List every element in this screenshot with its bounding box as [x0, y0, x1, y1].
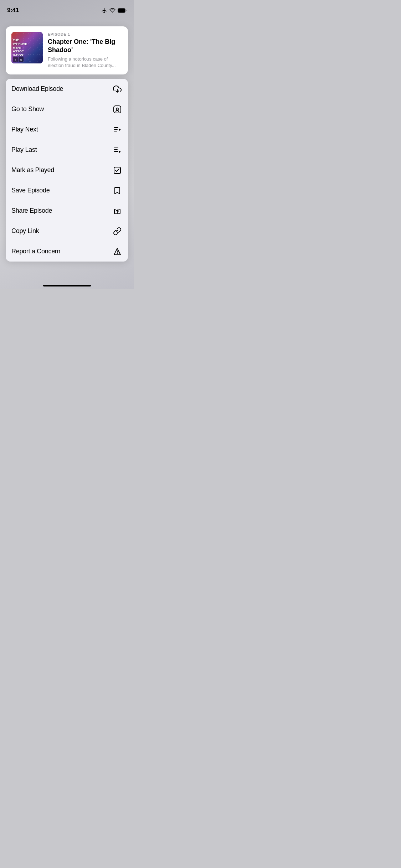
menu-item-go-to-show[interactable]: Go to Show: [6, 99, 128, 119]
svg-rect-1: [118, 9, 125, 12]
menu-item-share-episode[interactable]: Share Episode: [6, 201, 128, 221]
context-menu: Download Episode Go to Show Play Next: [6, 79, 128, 262]
menu-item-copy-link-label: Copy Link: [11, 227, 39, 235]
link-icon: [112, 226, 122, 236]
menu-item-play-next[interactable]: Play Next: [6, 119, 128, 140]
episode-card: THEIMPROVEMENTASSOCIATION T S EPISODE 1 …: [6, 26, 128, 74]
svg-marker-11: [119, 150, 121, 153]
status-bar: 9:41: [0, 0, 134, 16]
menu-item-play-last[interactable]: Play Last: [6, 140, 128, 160]
menu-item-mark-played[interactable]: Mark as Played: [6, 160, 128, 180]
svg-rect-2: [114, 106, 121, 113]
menu-item-mark-played-label: Mark as Played: [11, 166, 54, 174]
svg-point-3: [116, 108, 118, 110]
checkmark-square-icon: [112, 165, 122, 175]
menu-item-share-episode-label: Share Episode: [11, 207, 52, 215]
menu-item-report-concern-label: Report a Concern: [11, 248, 60, 255]
share-icon: [112, 206, 122, 216]
menu-item-play-next-label: Play Next: [11, 126, 38, 133]
menu-item-download[interactable]: Download Episode: [6, 79, 128, 99]
play-last-icon: [112, 145, 122, 155]
svg-point-14: [117, 253, 118, 253]
status-icons: [101, 7, 127, 14]
menu-item-save-episode[interactable]: Save Episode: [6, 180, 128, 201]
wifi-icon: [109, 7, 115, 14]
home-indicator: [43, 285, 91, 286]
menu-item-go-to-show-label: Go to Show: [11, 105, 44, 113]
menu-item-copy-link[interactable]: Copy Link: [6, 221, 128, 241]
episode-description: Following a notorious case of election f…: [48, 56, 122, 69]
artwork-logo-s: S: [19, 57, 24, 62]
podcast-icon: [112, 104, 122, 114]
artwork-logos: T S: [13, 57, 24, 62]
status-time: 9:41: [7, 7, 19, 14]
episode-label: EPISODE 1: [48, 32, 122, 36]
airplane-icon: [101, 7, 107, 14]
svg-marker-7: [119, 128, 121, 131]
battery-icon: [118, 8, 127, 13]
download-cloud-icon: [112, 84, 122, 94]
play-next-icon: [112, 125, 122, 135]
menu-item-download-label: Download Episode: [11, 85, 63, 93]
menu-item-report-concern[interactable]: Report a Concern: [6, 241, 128, 262]
menu-item-play-last-label: Play Last: [11, 146, 37, 154]
artwork-logo-nyt: T: [13, 57, 18, 62]
episode-artwork: THEIMPROVEMENTASSOCIATION T S: [11, 32, 43, 63]
bookmark-icon: [112, 186, 122, 196]
episode-info: EPISODE 1 Chapter One: 'The Big Shadoo' …: [48, 32, 122, 69]
episode-title: Chapter One: 'The Big Shadoo': [48, 38, 122, 54]
menu-item-save-episode-label: Save Episode: [11, 187, 50, 194]
report-icon: [112, 247, 122, 257]
